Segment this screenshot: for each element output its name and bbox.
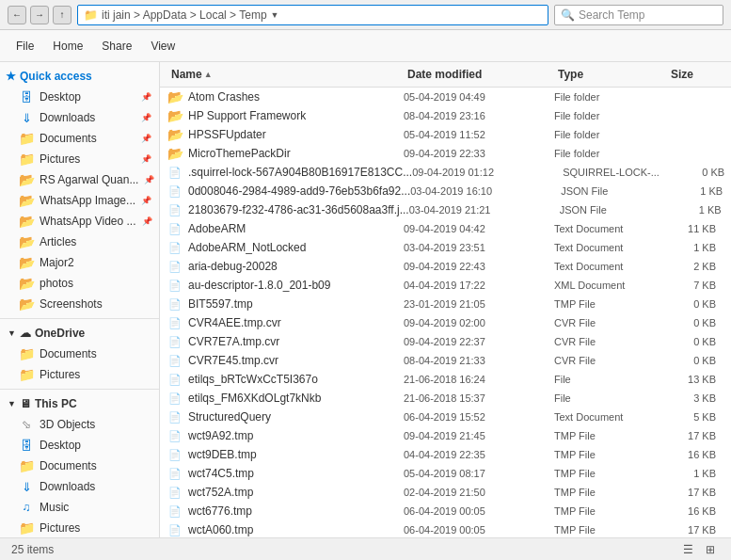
file-name-cell: 📄 wctA060.tmp	[167, 521, 404, 537]
file-name: HPSSFUpdater	[188, 128, 266, 141]
file-name: AdobeARM	[188, 222, 246, 235]
sidebar-item-photos[interactable]: 📂 photos	[0, 273, 159, 294]
thispc-header[interactable]: ▼ 🖥 This PC	[0, 393, 159, 414]
col-header-name[interactable]: Name ▲	[167, 66, 404, 83]
table-row[interactable]: 📄 CVR7E7A.tmp.cvr 09-04-2019 22:37 CVR F…	[160, 332, 731, 351]
file-name-cell: 📂 Atom Crashes	[167, 88, 404, 105]
file-icon: 📄	[168, 355, 182, 367]
folder-icon: 📂	[19, 214, 34, 229]
onedrive-header[interactable]: ▼ ☁ OneDrive	[0, 323, 159, 344]
sidebar-item-whatsapp-image[interactable]: 📂 WhatsApp Image... 📌	[0, 190, 159, 211]
table-row[interactable]: 📄 0d008046-2984-4989-add9-76eb53b6fa92..…	[160, 182, 731, 200]
table-row[interactable]: 📄 .squirrel-lock-567A904B80B16917E813CC.…	[160, 163, 731, 182]
file-size: 17 KB	[667, 430, 723, 441]
back-button[interactable]: ←	[8, 6, 26, 24]
sidebar-item-pc-downloads[interactable]: ⇓ Downloads	[0, 476, 159, 497]
file-size: 2 KB	[667, 261, 723, 272]
file-name-cell: 📄 etilqs_FM6XKdOLgt7kNkb	[167, 390, 404, 407]
up-button[interactable]: ↑	[53, 6, 72, 24]
sidebar-item-label: Desktop	[40, 90, 81, 104]
toolbar-share[interactable]: Share	[93, 36, 140, 56]
sidebar-item-onedrive-docs[interactable]: 📁 Documents	[0, 344, 159, 364]
table-row[interactable]: 📂 HP Support Framework 08-04-2019 23:16 …	[160, 106, 731, 125]
forward-button[interactable]: →	[30, 6, 49, 24]
table-row[interactable]: 📄 wctA060.tmp 06-04-2019 00:05 TMP File …	[160, 520, 731, 537]
table-row[interactable]: 📄 StructuredQuery 06-04-2019 15:52 Text …	[160, 408, 731, 426]
sidebar-item-onedrive-pics[interactable]: 📁 Pictures	[0, 364, 159, 385]
sidebar-item-label: 3D Objects	[40, 418, 95, 431]
file-date: 08-04-2019 23:16	[404, 110, 554, 121]
address-bar[interactable]: 📁 iti jain > AppData > Local > Temp ▼	[77, 5, 548, 25]
table-row[interactable]: 📄 wct9DEB.tmp 04-04-2019 22:35 TMP File …	[160, 445, 731, 464]
file-name-cell: 📂 HPSSFUpdater	[167, 126, 404, 143]
sidebar-item-rsagarwal[interactable]: 📂 RS Agarwal Quan... 📌	[0, 169, 159, 190]
doc-icon: 📄	[168, 280, 182, 292]
table-row[interactable]: 📂 MicroThemePackDir 09-04-2019 22:33 Fil…	[160, 144, 731, 163]
sidebar-item-screenshots[interactable]: 📂 Screenshots	[0, 294, 159, 314]
table-row[interactable]: 📄 wct6776.tmp 06-04-2019 00:05 TMP File …	[160, 502, 731, 520]
file-icon: 📄	[168, 524, 182, 536]
table-row[interactable]: 📄 au-descriptor-1.8.0_201-b09 04-04-2019…	[160, 276, 731, 295]
sidebar-item-3dobjects[interactable]: ⬂ 3D Objects	[0, 414, 159, 435]
table-row[interactable]: 📄 AdobeARM 09-04-2019 04:42 Text Documen…	[160, 219, 731, 238]
file-size: 0 KB	[667, 317, 723, 328]
toolbar-view[interactable]: View	[142, 36, 183, 56]
table-row[interactable]: 📄 etilqs_bRTcWxCcT5I367o 21-06-2018 16:2…	[160, 370, 731, 389]
table-row[interactable]: 📄 wct74C5.tmp 05-04-2019 08:17 TMP File …	[160, 464, 731, 483]
large-icons-button[interactable]: ⊞	[701, 540, 720, 559]
table-row[interactable]: 📂 HPSSFUpdater 05-04-2019 11:52 File fol…	[160, 125, 731, 144]
table-row[interactable]: 📄 AdobeARM_NotLocked 03-04-2019 23:51 Te…	[160, 238, 731, 257]
pc-icon: 🖥	[20, 397, 31, 410]
file-type: CVR File	[554, 317, 667, 328]
sidebar-item-label: WhatsApp Image...	[40, 194, 135, 207]
table-row[interactable]: 📄 wct752A.tmp 02-04-2019 21:50 TMP File …	[160, 483, 731, 502]
sidebar-item-desktop[interactable]: 🗄 Desktop 📌	[0, 87, 159, 107]
sidebar-item-pc-documents[interactable]: 📁 Documents	[0, 456, 159, 476]
thispc-section: ▼ 🖥 This PC ⬂ 3D Objects 🗄 Desktop 📁 Doc…	[0, 393, 159, 537]
file-name-cell: 📄 StructuredQuery	[167, 408, 404, 425]
quick-access-header[interactable]: ★ Quick access	[0, 66, 159, 87]
sidebar-item-major2[interactable]: 📂 Major2	[0, 252, 159, 273]
download-icon: ⇓	[19, 479, 34, 494]
file-type-icon: 📄	[167, 409, 183, 424]
table-row[interactable]: 📄 BIT5597.tmp 23-01-2019 21:05 TMP File …	[160, 295, 731, 313]
table-row[interactable]: 📄 CVR4AEE.tmp.cvr 09-04-2019 02:00 CVR F…	[160, 313, 731, 332]
sidebar-item-pc-pictures[interactable]: 📁 Pictures	[0, 518, 159, 537]
table-row[interactable]: 📄 etilqs_FM6XKdOLgt7kNkb 21-06-2018 15:3…	[160, 389, 731, 408]
table-row[interactable]: 📄 wct9A92.tmp 09-04-2019 21:45 TMP File …	[160, 426, 731, 445]
col-header-date[interactable]: Date modified	[404, 66, 554, 83]
file-name: 21803679-f232-4786-ac31-36d5608aa3ff.j..…	[188, 203, 409, 216]
file-icon: 📄	[168, 298, 182, 311]
table-row[interactable]: 📂 Atom Crashes 05-04-2019 04:49 File fol…	[160, 88, 731, 106]
table-row[interactable]: 📄 aria-debug-20028 09-04-2019 22:43 Text…	[160, 257, 731, 276]
file-icon: 📄	[168, 185, 182, 198]
sidebar-item-pc-music[interactable]: ♫ Music	[0, 497, 159, 518]
onedrive-section: ▼ ☁ OneDrive 📁 Documents 📁 Pictures	[0, 323, 159, 385]
table-row[interactable]: 📄 CVR7E45.tmp.cvr 08-04-2019 21:33 CVR F…	[160, 351, 731, 370]
sidebar-item-downloads[interactable]: ⇓ Downloads 📌	[0, 107, 159, 128]
details-view-button[interactable]: ☰	[678, 540, 697, 559]
sidebar-item-pc-desktop[interactable]: 🗄 Desktop	[0, 435, 159, 456]
col-header-size[interactable]: Size	[667, 66, 723, 83]
folder-icon: 📂	[19, 234, 34, 249]
file-icon: 📄	[168, 374, 182, 386]
file-list-header: Name ▲ Date modified Type Size	[160, 62, 731, 88]
toolbar-file[interactable]: File	[8, 36, 42, 56]
search-bar[interactable]: 🔍 Search Temp	[554, 5, 723, 25]
main-container: ★ Quick access 🗄 Desktop 📌 ⇓ Downloads 📌…	[0, 62, 731, 537]
file-name-cell: 📄 wct9A92.tmp	[167, 427, 404, 444]
col-header-type[interactable]: Type	[554, 66, 667, 83]
sidebar-item-label: Pictures	[40, 368, 80, 381]
file-icon: 📄	[168, 167, 182, 179]
file-name-cell: 📄 wct752A.tmp	[167, 484, 404, 501]
sidebar-item-pictures[interactable]: 📁 Pictures 📌	[0, 149, 159, 169]
file-name: wct9A92.tmp	[188, 429, 253, 442]
toolbar-home[interactable]: Home	[44, 36, 91, 56]
divider-1	[0, 318, 159, 319]
table-row[interactable]: 📄 21803679-f232-4786-ac31-36d5608aa3ff.j…	[160, 200, 731, 219]
file-name: BIT5597.tmp	[188, 297, 253, 311]
sidebar-item-whatsapp-video[interactable]: 📂 WhatsApp Video ... 📌	[0, 211, 159, 232]
folder-blue-icon: 📁	[19, 346, 34, 361]
sidebar-item-documents[interactable]: 📁 Documents 📌	[0, 128, 159, 149]
sidebar-item-articles[interactable]: 📂 Articles	[0, 232, 159, 252]
